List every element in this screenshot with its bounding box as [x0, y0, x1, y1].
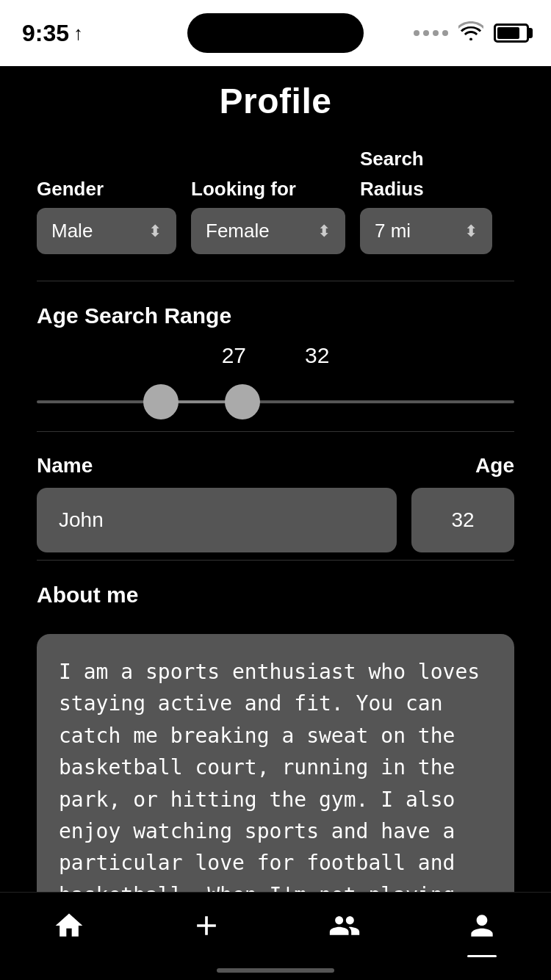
home-indicator: [217, 968, 334, 973]
nav-matches[interactable]: [328, 909, 361, 948]
gender-group: Gender Male ⬍: [37, 178, 176, 254]
name-age-inputs: [37, 488, 514, 552]
status-bar: 9:35 ↑: [0, 0, 551, 66]
nav-profile[interactable]: [466, 909, 498, 948]
age-input[interactable]: [411, 488, 514, 552]
person-icon: [466, 909, 498, 948]
age-range-section: Age Search Range 27 32: [37, 303, 514, 424]
location-arrow-icon: ↑: [73, 22, 83, 45]
search-radius-select[interactable]: 7 mi ⬍: [360, 208, 492, 254]
dynamic-island: [187, 13, 364, 53]
search-radius-group: Search Radius 7 mi ⬍: [360, 148, 492, 254]
gender-select[interactable]: Male ⬍: [37, 208, 176, 254]
about-section: About me: [37, 583, 514, 931]
gender-label: Gender: [37, 178, 176, 201]
looking-for-select[interactable]: Female ⬍: [191, 208, 345, 254]
page-title: Profile: [37, 81, 514, 121]
name-label: Name: [37, 454, 93, 478]
home-icon: [53, 909, 85, 948]
age-min-value: 27: [222, 343, 246, 368]
looking-for-label: Looking for: [191, 178, 345, 201]
looking-for-group: Looking for Female ⬍: [191, 178, 345, 254]
dropdowns-row: Gender Male ⬍ Looking for Female ⬍ Searc…: [37, 148, 514, 254]
slider-thumb-max[interactable]: [225, 384, 260, 419]
bottom-nav: [0, 892, 551, 980]
gender-chevron-icon: ⬍: [148, 222, 162, 241]
nav-add[interactable]: [190, 909, 223, 948]
profile-content: Profile Gender Male ⬍ Looking for Female…: [0, 66, 551, 980]
signal-dots: [414, 30, 448, 36]
name-age-section: Name Age: [37, 454, 514, 552]
status-time: 9:35 ↑: [22, 20, 83, 47]
name-age-labels: Name Age: [37, 454, 514, 478]
nav-active-bar: [467, 955, 497, 957]
wifi-icon: [458, 21, 483, 46]
age-range-title: Age Search Range: [37, 303, 514, 328]
age-label: Age: [475, 454, 514, 478]
status-icons: [414, 21, 529, 46]
divider-3: [37, 560, 514, 561]
about-me-title: About me: [37, 583, 514, 608]
age-range-slider[interactable]: [37, 380, 514, 424]
looking-for-chevron-icon: ⬍: [317, 222, 331, 241]
divider-1: [37, 281, 514, 281]
about-me-textarea[interactable]: [37, 634, 514, 928]
search-radius-label-1: Search: [360, 148, 492, 170]
battery-icon: [494, 24, 529, 43]
slider-thumb-min[interactable]: [143, 384, 179, 419]
search-radius-chevron-icon: ⬍: [464, 222, 478, 241]
plus-icon: [190, 909, 223, 948]
age-values: 27 32: [37, 343, 514, 368]
age-max-value: 32: [305, 343, 329, 368]
person-group-icon: [328, 909, 361, 948]
nav-home[interactable]: [53, 909, 85, 948]
divider-2: [37, 431, 514, 432]
slider-track: [37, 400, 514, 403]
name-input[interactable]: [37, 488, 397, 552]
search-radius-label-2: Radius: [360, 178, 492, 201]
